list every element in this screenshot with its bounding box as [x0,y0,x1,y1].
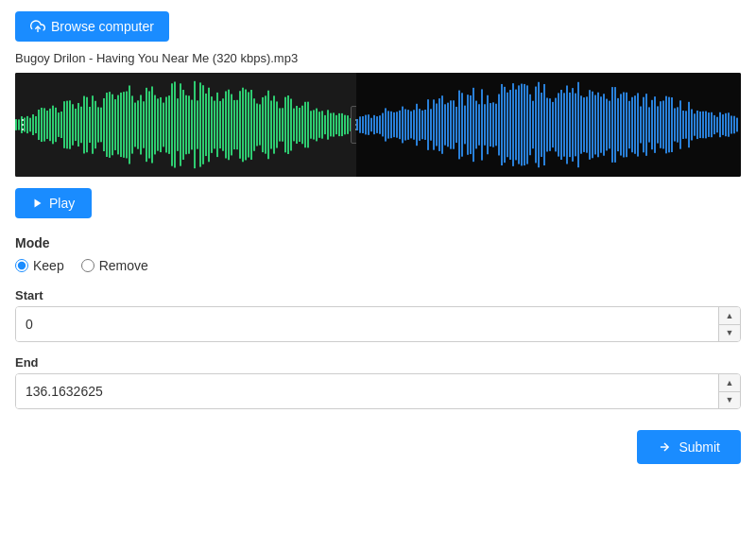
file-name: Bugoy Drilon - Having You Near Me (320 k… [15,51,741,65]
end-field-group: End ▲ ▼ [15,355,741,409]
mode-remove-label[interactable]: Remove [99,258,148,273]
waveform-unselected [356,73,741,177]
mode-radio-group: Keep Remove [15,258,741,273]
mode-keep-item[interactable]: Keep [15,258,64,273]
end-spin-down[interactable]: ▼ [719,391,740,408]
start-spin-buttons: ▲ ▼ [718,307,740,341]
end-input[interactable] [16,374,718,408]
submit-label: Submit [679,439,720,455]
drag-handle-left[interactable] [19,106,26,144]
mode-label: Mode [15,235,741,250]
mode-remove-radio[interactable] [81,259,94,272]
start-input-wrapper: ▲ ▼ [15,306,741,342]
start-label: Start [15,288,741,302]
play-icon [32,198,43,209]
end-spin-up[interactable]: ▲ [719,374,740,391]
end-label: End [15,355,741,370]
mode-keep-label[interactable]: Keep [33,258,64,273]
waveform-green-canvas [15,73,356,177]
start-input[interactable] [16,307,718,341]
browse-computer-label: Browse computer [51,19,154,34]
waveform-container [15,73,741,177]
end-input-wrapper: ▲ ▼ [15,373,741,409]
submit-row: Submit [15,422,741,464]
upload-icon [30,19,45,34]
arrow-right-icon [658,440,671,454]
mode-keep-radio[interactable] [15,259,28,272]
drag-handle-right[interactable] [351,106,356,144]
play-button[interactable]: Play [15,188,92,218]
play-label: Play [49,196,75,211]
start-field-group: Start ▲ ▼ [15,288,741,342]
start-spin-up[interactable]: ▲ [719,307,740,324]
end-spin-buttons: ▲ ▼ [718,374,740,408]
waveform-blue-canvas [356,73,741,177]
mode-remove-item[interactable]: Remove [81,258,148,273]
start-spin-down[interactable]: ▼ [719,324,740,341]
waveform-selected [15,73,356,177]
svg-marker-1 [35,199,42,208]
submit-button[interactable]: Submit [637,430,741,464]
browse-computer-button[interactable]: Browse computer [15,11,169,42]
